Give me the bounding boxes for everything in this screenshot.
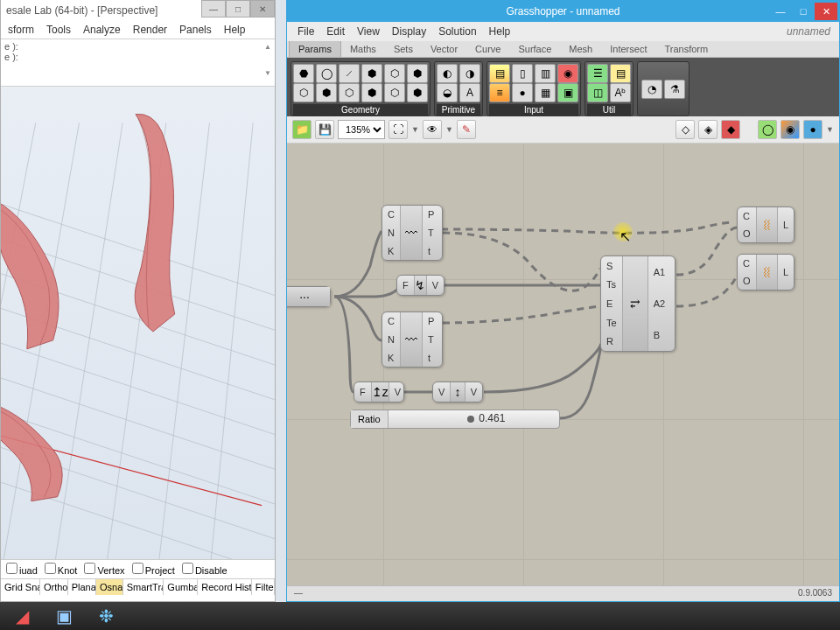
preview-mode-button[interactable]: ◉ (780, 120, 800, 139)
rhino-viewport[interactable] (1, 87, 275, 559)
gh-min-button[interactable]: — (769, 3, 792, 20)
param-icon[interactable]: ◫ (587, 83, 608, 102)
param-icon[interactable]: ⟋ (339, 64, 360, 83)
gh-component-param[interactable]: ··· (287, 286, 331, 307)
gh-component-loft[interactable]: CO ⧛ L (737, 254, 794, 290)
gh-component-amplitude[interactable]: V ↕ V (432, 382, 483, 402)
param-icon[interactable]: ⬡ (384, 83, 405, 102)
param-icon[interactable]: A (459, 83, 480, 102)
rhino-menu-item[interactable]: Panels (179, 24, 212, 36)
preview-mode-button[interactable]: ◯ (758, 120, 777, 139)
param-icon[interactable]: ◯ (316, 64, 337, 83)
save-button[interactable]: 💾 (315, 120, 334, 139)
rhino-menu-item[interactable]: Tools (46, 24, 71, 36)
gh-menu-item[interactable]: Help (489, 25, 511, 38)
rhino-menu-item[interactable]: Render (133, 24, 167, 36)
param-icon[interactable]: ◐ (437, 64, 458, 83)
param-icon[interactable]: ⬢ (407, 64, 428, 83)
status-cell[interactable]: Grid Sna (1, 579, 40, 595)
param-icon[interactable]: ⬢ (407, 83, 428, 102)
param-icon[interactable]: ◑ (459, 64, 480, 83)
rhino-max-button[interactable]: □ (226, 0, 250, 18)
osnap-option[interactable]: Knot (45, 563, 78, 576)
param-icon[interactable]: ⬡ (384, 64, 405, 83)
display-mode-button[interactable]: ◆ (721, 120, 740, 139)
gh-component-flatten[interactable]: F ↯ V (396, 275, 444, 296)
param-icon[interactable]: ● (512, 83, 533, 102)
gh-menu-item[interactable]: Display (392, 25, 426, 38)
display-mode-button[interactable]: ◇ (676, 120, 695, 139)
param-icon[interactable]: ▤ (489, 64, 510, 83)
gh-component-curve[interactable]: CNK 〰 PTt (382, 205, 443, 261)
open-button[interactable]: 📁 (292, 120, 312, 139)
status-cell[interactable]: SmartTra (123, 579, 164, 595)
zoom-extents-button[interactable]: ⛶ (388, 120, 408, 139)
param-icon[interactable]: ◔ (641, 80, 662, 99)
param-icon[interactable]: ≡ (489, 83, 510, 102)
osnap-option[interactable]: iuad (6, 563, 38, 576)
gh-component-curve[interactable]: CNK 〰 PTt (382, 312, 443, 368)
gh-menu-item[interactable]: File (298, 25, 314, 38)
gh-tab[interactable]: Surface (509, 41, 560, 57)
gh-canvas[interactable]: ··· CNK 〰 PTt F ↯ V CNK 〰 PTt F ↥z V V ↕ (287, 144, 839, 586)
display-mode-button[interactable]: ◈ (698, 120, 718, 139)
gh-tab[interactable]: Transform (655, 41, 717, 57)
param-icon[interactable]: ◉ (557, 64, 578, 83)
gh-tab[interactable]: Curve (466, 41, 509, 57)
param-icon[interactable]: ⬡ (339, 83, 360, 102)
gh-menu-item[interactable]: View (357, 25, 380, 38)
rhino-close-button[interactable]: ✕ (250, 0, 275, 18)
rhino-window: esale Lab (64-bit) - [Perspective] — □ ✕… (0, 0, 276, 602)
status-cell[interactable]: Osna (96, 579, 123, 595)
param-icon[interactable]: ⬣ (293, 64, 314, 83)
status-cell[interactable]: Plana (68, 579, 96, 595)
rhino-min-button[interactable]: — (201, 0, 226, 18)
gh-tab[interactable]: Mesh (560, 41, 601, 57)
osnap-option[interactable]: Vertex (84, 563, 124, 576)
param-icon[interactable]: ⬢ (361, 64, 382, 83)
gh-max-button[interactable]: □ (792, 3, 815, 20)
param-icon[interactable]: ▤ (610, 64, 631, 83)
param-icon[interactable]: ◒ (437, 83, 458, 102)
gh-status-minus[interactable]: — (294, 588, 303, 599)
param-icon[interactable]: Aᵇ (610, 83, 631, 102)
param-icon[interactable]: ⬢ (361, 83, 382, 102)
osnap-option[interactable]: Project (132, 563, 175, 576)
param-icon[interactable]: ▥ (535, 64, 556, 83)
gh-menu-item[interactable]: Edit (326, 25, 345, 38)
preview-mode-button[interactable]: ● (803, 120, 822, 139)
param-icon[interactable]: ⬡ (293, 83, 314, 102)
taskbar-item-media[interactable]: ▣ (44, 604, 84, 628)
rhino-menu-item[interactable]: Analyze (83, 24, 121, 36)
gh-close-button[interactable]: ✕ (815, 3, 837, 20)
status-cell[interactable]: Gumba (164, 579, 198, 595)
osnap-option[interactable]: Disable (182, 563, 228, 576)
gh-menu-item[interactable]: Solution (438, 25, 476, 38)
rhino-menu-item[interactable]: Help (224, 24, 246, 36)
gh-tab[interactable]: Sets (385, 41, 422, 57)
gh-tab[interactable]: Intersect (601, 41, 655, 57)
param-icon[interactable]: ▯ (512, 64, 533, 83)
gh-tab[interactable]: Maths (341, 41, 385, 57)
gh-component-unitz[interactable]: F ↥z V (354, 382, 404, 402)
sketch-button[interactable]: ✎ (457, 120, 476, 139)
zoom-select[interactable]: 135% (338, 120, 385, 139)
param-icon[interactable]: ⚗ (664, 80, 685, 99)
gh-tab[interactable]: Vector (422, 41, 466, 57)
rhino-menu-item[interactable]: sform (8, 24, 34, 36)
gh-number-slider[interactable]: Ratio 0.461 (350, 410, 560, 429)
gh-component-tween[interactable]: S Ts E Te R ⥂ A1 A2 B (600, 256, 676, 352)
gh-tab[interactable]: Params (289, 41, 341, 57)
param-icon[interactable]: ▣ (557, 83, 578, 102)
param-icon[interactable]: ⬢ (316, 83, 337, 102)
status-cell[interactable]: Ortho (40, 579, 68, 595)
gh-component-loft[interactable]: CO ⧛ L (737, 206, 794, 243)
param-icon[interactable]: ▦ (535, 83, 556, 102)
status-cell[interactable]: Record Histo (198, 579, 252, 595)
taskbar-item-grasshopper[interactable]: ❉ (86, 604, 126, 628)
slider-track[interactable]: 0.461 (388, 410, 559, 428)
preview-button[interactable]: 👁 (423, 120, 442, 139)
status-cell[interactable]: Filte (252, 579, 275, 595)
taskbar-item-rhino[interactable]: ◢ (2, 604, 42, 628)
param-icon[interactable]: ☰ (587, 64, 608, 83)
